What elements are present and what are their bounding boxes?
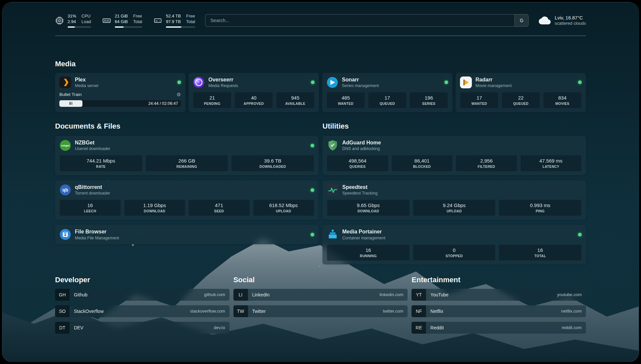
bookmark-name: StackOverflow	[74, 305, 104, 317]
cpu-progress-track	[68, 26, 91, 28]
weather-condition: scattered clouds	[555, 21, 586, 26]
nzbget-name: NZBGet	[75, 139, 110, 146]
stat-value: 196	[411, 95, 446, 101]
speedtest-name: Speedtest	[342, 184, 378, 190]
nzbget-icon: nzbget	[59, 139, 71, 151]
portainer-titles: Media Portainer Container management	[342, 228, 385, 240]
stat-value: 86,401	[393, 158, 451, 164]
adguard-titles: AdGuard Home DNS and adblocking	[342, 139, 381, 151]
service-card-overseerr[interactable]: Overseerr Media Requests 21 PENDING 40 A…	[189, 73, 319, 112]
developer-section-title: Developer	[55, 276, 229, 284]
service-card-qbittorrent[interactable]: qb qBittorrent Torrent downloader 16 LEE…	[55, 180, 319, 220]
search-bar: G	[205, 14, 529, 27]
radarr-subtitle: Movie management	[475, 83, 512, 88]
bookmark-twitter[interactable]: TW Twitter twitter.com	[233, 305, 408, 317]
bookmark-youtube[interactable]: YT YouTube youtube.com	[412, 289, 586, 301]
section-media: Media Plex Media server	[55, 60, 586, 112]
pause-icon	[70, 102, 71, 105]
bookmark-reddit[interactable]: RE Reddit reddit.com	[412, 322, 586, 334]
bookmark-abbr: GH	[55, 289, 70, 301]
stat-label: REMAINING	[147, 165, 227, 168]
adguard-header: AdGuard Home DNS and adblocking	[327, 139, 582, 151]
plex-name: Plex	[75, 76, 99, 83]
bookmark-netflix[interactable]: NF Netflix netflix.com	[412, 305, 586, 317]
disk-progress-fill	[166, 26, 181, 28]
plex-playback-time: 24:44 / 02:06:47	[148, 101, 178, 106]
stat-label: MOVIES	[545, 102, 580, 106]
portainer-subtitle: Container management	[342, 236, 385, 241]
disk-free-label: Free	[186, 14, 195, 19]
search-input[interactable]	[205, 15, 514, 26]
bookmark-name: DEV	[74, 322, 83, 334]
media-grid: Plex Media server Bullet Train ⚙	[55, 73, 586, 112]
stat-value: 618.52 Mbps	[255, 202, 313, 208]
stat-queued: 22 QUEUED	[502, 92, 540, 108]
radarr-name: Radarr	[475, 76, 512, 83]
service-card-plex[interactable]: Plex Media server Bullet Train ⚙	[55, 73, 185, 112]
plex-now-playing-row: Bullet Train ⚙	[59, 92, 181, 98]
nzbget-subtitle: Usenet downloader	[75, 146, 110, 151]
stat-value: 16	[61, 202, 119, 208]
service-card-radarr[interactable]: Radarr Movie management 17 WANTED 22 QUE…	[456, 73, 586, 112]
stat-label: FILTERED	[457, 165, 516, 168]
service-card-portainer[interactable]: Media Portainer Container management 16 …	[322, 225, 586, 264]
disk-free: 52.4 TB	[166, 14, 181, 19]
bookmark-linkedin[interactable]: LI LinkedIn linkedin.com	[233, 289, 408, 301]
overseerr-stats: 21 PENDING 40 APPROVED 945 AVAILABLE	[193, 92, 315, 108]
sonarr-status-dot	[444, 80, 448, 84]
filebrowser-status-dot	[311, 233, 314, 236]
bookmark-dev[interactable]: DT DEV dev.to	[55, 322, 229, 334]
bookmark-name: LinkedIn	[252, 289, 270, 301]
adguard-name: AdGuard Home	[342, 139, 381, 146]
search-provider-button[interactable]: G	[514, 15, 528, 26]
overseerr-subtitle: Media Requests	[208, 83, 238, 88]
bookmark-url: twitter.com	[383, 305, 403, 317]
bookmark-stackoverflow[interactable]: SO StackOverflow stackoverflow.com	[55, 305, 229, 317]
stat-total: 16 TOTAL	[499, 244, 582, 261]
service-card-speedtest[interactable]: Speedtest Speedtest Tracking 9.65 Gbps D…	[322, 180, 586, 220]
gear-icon[interactable]: ⚙	[177, 92, 181, 98]
cpu-progress-fill	[68, 26, 75, 28]
stat-value: 945	[278, 95, 313, 101]
adguard-subtitle: DNS and adblocking	[342, 146, 381, 151]
stat-value: 1.19 Gbps	[126, 202, 184, 208]
bookmark-github[interactable]: GH Github github.com	[55, 289, 229, 301]
disk-total: 97.9 TB	[166, 19, 181, 25]
background-snow	[2, 2, 3, 3]
service-card-adguard[interactable]: AdGuard Home DNS and adblocking 498,564 …	[322, 136, 586, 175]
radarr-status-dot	[578, 80, 582, 84]
speedtest-icon	[327, 184, 339, 196]
service-card-sonarr[interactable]: Sonarr Series management 485 WANTED 17 Q…	[322, 73, 452, 112]
header-divider	[55, 36, 586, 36]
cpu-icon	[55, 16, 64, 25]
cpu-widget: 31% 2.94 CPU Load	[55, 14, 91, 28]
bookmark-url: stackoverflow.com	[190, 305, 225, 317]
stat-label: QUEUED	[370, 102, 405, 106]
disk-progress-track	[166, 26, 195, 28]
nzbget-header: nzbget NZBGet Usenet downloader	[59, 139, 314, 151]
stat-series: 196 SERIES	[410, 92, 448, 108]
plex-now-playing-title: Bullet Train	[59, 92, 82, 97]
stat-label: QUERIES	[328, 165, 387, 168]
stat-downloaded: 39.6 TB DOWNLOADED	[231, 155, 314, 171]
portainer-name: Media Portainer	[342, 228, 385, 235]
stat-value: 22	[503, 95, 538, 101]
svg-text:qb: qb	[62, 188, 68, 193]
stat-approved: 40 APPROVED	[234, 92, 273, 108]
memory-total: 64 GiB	[115, 19, 128, 25]
stat-value: 17	[462, 95, 497, 101]
plex-header: Plex Media server	[59, 76, 181, 88]
memory-progress-fill	[115, 26, 124, 28]
social-section-title: Social	[233, 276, 408, 284]
service-card-filebrowser[interactable]: File Browser Media File Management	[55, 225, 319, 244]
stat-blocked: 86,401 BLOCKED	[391, 155, 453, 171]
stat-ping: 0.993 ms PING	[499, 199, 582, 216]
radarr-icon	[460, 76, 472, 88]
service-card-nzbget[interactable]: nzbget NZBGet Usenet downloader 744.21 M…	[55, 136, 319, 175]
stat-label: DOWNLOAD	[328, 209, 408, 213]
sonarr-name: Sonarr	[342, 76, 379, 83]
stat-queries: 498,564 QUERIES	[327, 155, 388, 171]
qbittorrent-status-dot	[311, 188, 314, 192]
nzbget-stats: 744.21 Mbps RATE 266 GB REMAINING 39.6 T…	[59, 155, 314, 171]
stat-value: 40	[236, 95, 271, 101]
